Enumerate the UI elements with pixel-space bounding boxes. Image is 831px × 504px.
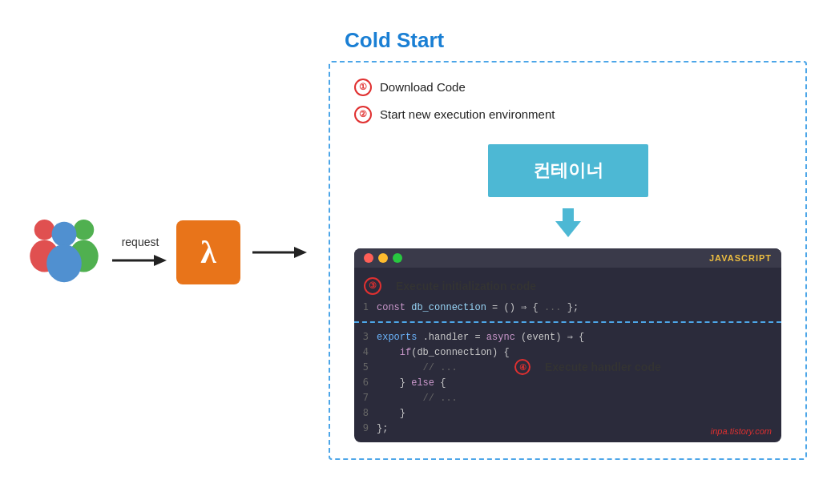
step2-item: ② Start new execution environment bbox=[354, 106, 781, 123]
main-container: request λ Cold Start ① Download Code bbox=[0, 0, 831, 504]
code-line-4-row: 4 if(db_connection) { bbox=[354, 345, 781, 360]
line-code-3: exports .handler = async (event) ⇒ { bbox=[377, 331, 584, 343]
svg-rect-11 bbox=[563, 208, 574, 223]
step3-label-row: ③ Execute initialization code bbox=[354, 274, 781, 300]
svg-point-2 bbox=[74, 220, 94, 240]
line-code-6: } else { bbox=[377, 377, 446, 389]
editor-init-section: ③ Execute initialization code 1 const db… bbox=[354, 268, 781, 321]
code-line-1: 1 const db_connection = () ⇒ { ... }; bbox=[354, 300, 781, 315]
line-code-4: if(db_connection) { bbox=[377, 347, 510, 358]
step4-text: Execute handler code bbox=[545, 361, 661, 373]
request-arrow-svg bbox=[112, 252, 168, 269]
tl-yellow bbox=[378, 253, 388, 263]
line-num-4: 4 bbox=[354, 346, 377, 357]
traffic-lights bbox=[364, 253, 402, 263]
editor-titlebar: JAVASCRIPT bbox=[354, 248, 781, 268]
arrow-to-cold-svg bbox=[252, 244, 309, 261]
arrow-to-cold-start bbox=[252, 244, 309, 261]
users-icon bbox=[24, 212, 104, 292]
line-num-6: 6 bbox=[354, 377, 377, 388]
down-arrow-svg bbox=[554, 207, 583, 239]
svg-point-4 bbox=[52, 221, 77, 246]
code-editor: JAVASCRIPT ③ Execute initialization code… bbox=[354, 248, 781, 442]
cold-start-box: ① Download Code ② Start new execution en… bbox=[329, 61, 807, 460]
tl-green bbox=[393, 253, 402, 263]
line-num-7: 7 bbox=[354, 392, 377, 403]
editor-lang-label: JAVASCRIPT bbox=[709, 253, 772, 263]
step3-circle: ③ bbox=[364, 277, 381, 295]
line-code-9: }; bbox=[377, 423, 388, 434]
line-num-5: 5 bbox=[354, 361, 377, 373]
lambda-icon: λ bbox=[176, 220, 240, 284]
tl-red bbox=[364, 253, 373, 263]
container-box: 컨테이너 bbox=[488, 144, 648, 197]
left-section: request λ bbox=[24, 212, 321, 292]
watermark: inpa.tistory.com bbox=[711, 426, 772, 436]
step4-label-inline: ④ Execute handler code bbox=[514, 359, 661, 375]
lambda-symbol: λ bbox=[200, 236, 216, 268]
editor-handler-section: 3 exports .handler = async (event) ⇒ { 4… bbox=[354, 323, 781, 442]
code-line-8-row: 8 } bbox=[354, 405, 781, 421]
down-arrow-container bbox=[354, 207, 781, 239]
line-code-5: // ... bbox=[377, 362, 458, 373]
svg-point-5 bbox=[46, 244, 82, 282]
svg-marker-7 bbox=[154, 255, 167, 266]
request-label: request bbox=[122, 236, 159, 248]
step1-text: Download Code bbox=[380, 80, 466, 94]
step2-circle: ② bbox=[354, 106, 372, 123]
cold-start-title: Cold Start bbox=[345, 28, 444, 53]
line-num-8: 8 bbox=[354, 407, 377, 418]
step4-circle: ④ bbox=[514, 359, 530, 375]
svg-point-0 bbox=[34, 220, 54, 240]
code-line-3: 3 exports .handler = async (event) ⇒ { bbox=[354, 329, 781, 345]
request-arrow: request bbox=[112, 236, 168, 269]
code-line-7-row: 7 // ... bbox=[354, 390, 781, 405]
line-code-1: const db_connection = () ⇒ { ... }; bbox=[377, 301, 579, 313]
line-num-1: 1 bbox=[354, 301, 377, 312]
step1-circle: ① bbox=[354, 79, 372, 96]
line-num-3: 3 bbox=[354, 331, 377, 342]
step3-text: Execute initialization code bbox=[396, 280, 536, 292]
code-line-5-row: 5 // ... ④ Execute handler code bbox=[354, 360, 781, 375]
line-code-8: } bbox=[377, 408, 405, 419]
code-line-6-row: 6 } else { bbox=[354, 375, 781, 390]
step2-text: Start new execution environment bbox=[380, 107, 555, 121]
svg-marker-9 bbox=[294, 247, 307, 258]
svg-marker-10 bbox=[555, 221, 581, 237]
line-code-7: // ... bbox=[377, 393, 458, 404]
line-num-9: 9 bbox=[354, 422, 377, 433]
cold-start-section: Cold Start ① Download Code ② Start new e… bbox=[329, 28, 807, 477]
step1-item: ① Download Code bbox=[354, 79, 781, 96]
